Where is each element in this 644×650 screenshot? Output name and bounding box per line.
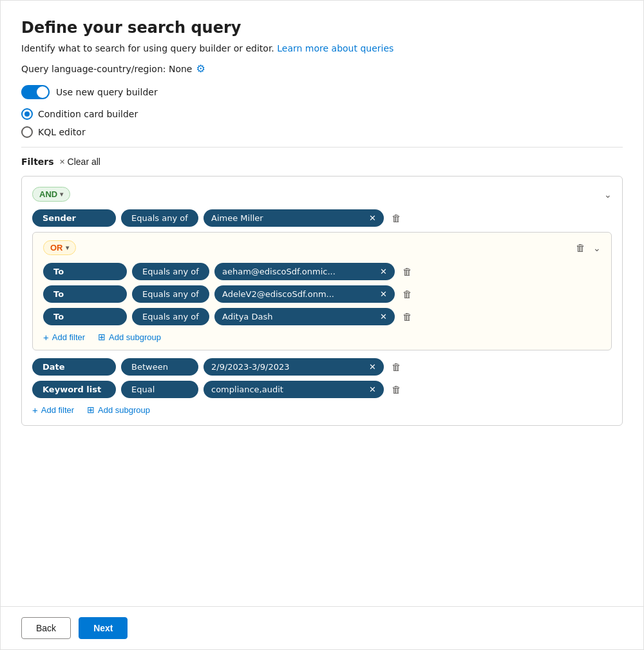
keyword-clear-button[interactable]: ✕ — [369, 385, 376, 394]
keyword-operator-pill[interactable]: Equal — [121, 381, 198, 398]
date-value: 2/9/2023-3/9/2023 — [211, 362, 365, 372]
date-delete-button[interactable]: 🗑 — [389, 361, 404, 372]
query-builder: AND ▾ ⌄ Sender Equals any of Aimee Mille… — [21, 176, 623, 426]
subgroup-add-subgroup-button[interactable]: ⊞ Add subgroup — [98, 332, 161, 342]
date-operator-pill[interactable]: Between — [121, 358, 198, 376]
top-logic-badge[interactable]: AND ▾ — [32, 187, 70, 202]
page-container: Define your search query Identify what t… — [0, 0, 644, 650]
to-filter-row-1: To Equals any of aeham@ediscoSdf.onmic..… — [43, 263, 601, 280]
next-button[interactable]: Next — [79, 617, 128, 639]
clear-all-button[interactable]: ✕ Clear all — [59, 157, 100, 167]
subgroup-container: OR ▾ 🗑 ⌄ To Equals any of — [32, 232, 612, 350]
to-filter-row-2: To Equals any of AdeleV2@ediscoSdf.onm..… — [43, 285, 601, 303]
to-operator-label-3: Equals any of — [142, 312, 199, 321]
to-clear-button-3[interactable]: ✕ — [380, 312, 387, 321]
to-value-3: Aditya Dash — [222, 312, 376, 321]
keyword-value: compliance,audit — [211, 385, 365, 394]
clear-all-label: Clear all — [68, 157, 100, 167]
to-operator-pill-3[interactable]: Equals any of — [132, 308, 209, 325]
to-clear-button-1[interactable]: ✕ — [380, 267, 387, 276]
condition-card-label: Condition card builder — [38, 109, 138, 119]
bottom-add-filter-button[interactable]: + Add filter — [32, 405, 74, 415]
sender-operator-pill[interactable]: Equals any of — [121, 209, 198, 227]
footer: Back Next — [1, 606, 643, 649]
date-filter-row: Date Between 2/9/2023-3/9/2023 ✕ 🗑 — [32, 358, 612, 376]
to-delete-button-3[interactable]: 🗑 — [400, 311, 415, 322]
ai-icon: ⚙ — [196, 62, 205, 75]
keyword-filter-row: Keyword list Equal compliance,audit ✕ 🗑 — [32, 381, 612, 398]
subgroup-logic-row: OR ▾ 🗑 ⌄ — [43, 240, 601, 255]
keyword-delete-button[interactable]: 🗑 — [389, 384, 404, 395]
date-field-pill[interactable]: Date — [32, 358, 116, 376]
kql-editor-radio-row[interactable]: KQL editor — [21, 126, 623, 138]
main-content: Define your search query Identify what t… — [1, 1, 643, 606]
description: Identify what to search for using query … — [21, 43, 623, 53]
query-lang-row: Query language-country/region: None ⚙ — [21, 62, 623, 75]
to-operator-label-2: Equals any of — [142, 289, 199, 299]
toggle-row: Use new query builder — [21, 85, 623, 99]
bottom-add-filter-label: Add filter — [41, 405, 74, 415]
sender-value-container: Aimee Miller ✕ — [204, 209, 384, 227]
page-title: Define your search query — [21, 19, 623, 37]
to-operator-label-1: Equals any of — [142, 267, 199, 276]
to-operator-pill-2[interactable]: Equals any of — [132, 285, 209, 303]
sender-value: Aimee Miller — [211, 213, 365, 223]
subgroup-logic-badge[interactable]: OR ▾ — [43, 240, 76, 255]
date-field-label: Date — [43, 362, 65, 372]
to-delete-button-1[interactable]: 🗑 — [400, 266, 415, 277]
back-button[interactable]: Back — [21, 617, 71, 639]
filters-label: Filters — [21, 157, 54, 167]
to-field-label-2: To — [53, 289, 64, 299]
top-logic-row: AND ▾ ⌄ — [32, 187, 612, 202]
top-collapse-button[interactable]: ⌄ — [604, 189, 612, 200]
subgroup-add-filter-button[interactable]: + Add filter — [43, 332, 85, 342]
bottom-add-subgroup-button[interactable]: ⊞ Add subgroup — [87, 405, 150, 415]
sender-operator-label: Equals any of — [131, 213, 188, 223]
bottom-subgroup-icon: ⊞ — [87, 405, 95, 415]
bottom-add-row: + Add filter ⊞ Add subgroup — [32, 405, 612, 415]
subgroup-add-filter-label: Add filter — [52, 332, 85, 342]
to-clear-button-2[interactable]: ✕ — [380, 290, 387, 298]
to-value-1: aeham@ediscoSdf.onmic... — [222, 267, 376, 276]
sender-delete-button[interactable]: 🗑 — [389, 213, 404, 224]
query-lang-label: Query language-country/region: None — [21, 64, 192, 74]
description-text: Identify what to search for using query … — [21, 43, 274, 53]
clear-all-x-icon: ✕ — [59, 158, 65, 166]
bottom-add-subgroup-label: Add subgroup — [98, 405, 150, 415]
to-value-container-1: aeham@ediscoSdf.onmic... ✕ — [214, 263, 395, 280]
to-value-2: AdeleV2@ediscoSdf.onm... — [222, 289, 376, 299]
sender-filter-row: Sender Equals any of Aimee Miller ✕ 🗑 — [32, 209, 612, 227]
to-field-pill-2[interactable]: To — [43, 285, 127, 303]
to-value-container-3: Aditya Dash ✕ — [214, 308, 395, 325]
keyword-value-container: compliance,audit ✕ — [204, 381, 384, 398]
to-delete-button-2[interactable]: 🗑 — [400, 289, 415, 300]
to-filter-row-3: To Equals any of Aditya Dash ✕ 🗑 — [43, 308, 601, 325]
subgroup-collapse-button[interactable]: ⌄ — [593, 242, 601, 253]
keyword-field-pill[interactable]: Keyword list — [32, 381, 116, 398]
condition-card-radio-row[interactable]: Condition card builder — [21, 108, 623, 120]
to-field-label-3: To — [53, 312, 64, 321]
sender-clear-button[interactable]: ✕ — [369, 214, 376, 222]
date-clear-button[interactable]: ✕ — [369, 363, 376, 371]
filters-row: Filters ✕ Clear all — [21, 157, 623, 167]
kql-editor-radio[interactable] — [21, 126, 33, 138]
subgroup-add-row: + Add filter ⊞ Add subgroup — [43, 332, 601, 342]
to-field-pill-3[interactable]: To — [43, 308, 127, 325]
subgroup-add-subgroup-label: Add subgroup — [109, 332, 161, 342]
subgroup-delete-button[interactable]: 🗑 — [573, 242, 588, 253]
to-field-label-1: To — [53, 267, 64, 276]
top-logic-label: AND — [39, 189, 57, 199]
condition-card-radio[interactable] — [21, 108, 33, 120]
learn-more-link[interactable]: Learn more about queries — [277, 43, 393, 53]
sender-field-pill[interactable]: Sender — [32, 209, 116, 227]
top-logic-chevron: ▾ — [60, 191, 63, 198]
use-new-query-builder-toggle[interactable] — [21, 85, 50, 99]
add-filter-plus-icon: + — [43, 332, 49, 342]
keyword-field-label: Keyword list — [43, 385, 101, 394]
to-operator-pill-1[interactable]: Equals any of — [132, 263, 209, 280]
to-field-pill-1[interactable]: To — [43, 263, 127, 280]
date-operator-label: Between — [131, 362, 168, 372]
keyword-operator-label: Equal — [131, 385, 155, 394]
toggle-label: Use new query builder — [56, 87, 158, 97]
subgroup-logic-chevron: ▾ — [66, 244, 69, 251]
